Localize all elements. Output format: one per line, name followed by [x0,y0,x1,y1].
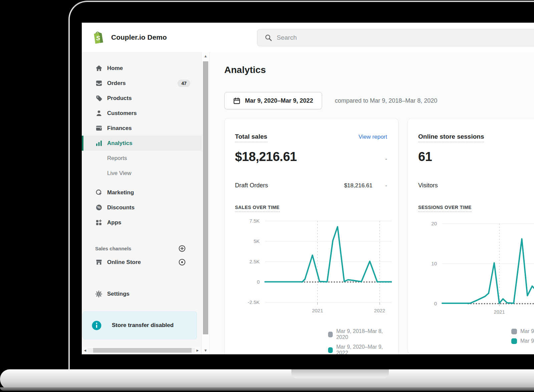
sidebar-item-online-store[interactable]: Online Store [82,255,202,270]
sidebar-item-home[interactable]: Home [82,61,202,76]
plus-circle-icon[interactable] [179,245,186,252]
sidebar-item-label: Orders [107,80,126,87]
sidebar-item-label: Settings [107,291,129,297]
tag-icon [95,95,102,102]
legend-item-previous: Mar 9, 2018–Mar 8, 2020 [511,328,534,334]
gear-icon [95,290,102,298]
card-title: Online store sessions [418,133,484,142]
search-bar[interactable] [257,29,534,46]
sidebar-item-label: Live View [107,170,131,177]
svg-text:-2.5K: -2.5K [248,299,260,305]
brand[interactable]: S Coupler.io Demo [82,29,167,45]
legend-item-current: Mar 9, 2020–Mar 9, 2022 [511,338,534,344]
wallet-icon [95,125,102,132]
compare-period-text: compared to Mar 9, 2018–Mar 8, 2020 [335,97,437,104]
page-title: Analytics [224,65,534,75]
eye-icon[interactable] [179,259,186,266]
scroll-right-arrow[interactable]: ► [195,348,200,353]
scroll-thumb[interactable] [203,61,208,334]
sales-channels-header: Sales channels [82,242,202,255]
legend-swatch-gray [511,329,517,334]
scroll-track[interactable] [88,348,195,353]
laptop-lid-notch [291,369,389,378]
sidebar-item-settings[interactable]: Settings [82,286,202,301]
draft-orders-value: $18,216.61 [344,182,372,189]
sidebar-item-analytics[interactable]: Analytics [82,136,202,151]
orders-count-badge: 47 [178,80,190,87]
sidebar-item-customers[interactable]: Customers [82,106,202,121]
sidebar-item-label: Reports [107,155,127,162]
sidebar-item-products[interactable]: Products [82,91,202,106]
percent-icon: % [95,204,102,211]
sidebar-item-apps[interactable]: Apps [82,215,202,230]
svg-text:5K: 5K [254,238,260,244]
svg-text:10: 10 [431,261,437,266]
search-icon [265,34,272,41]
top-bar: S Coupler.io Demo [82,23,534,52]
sidebar-item-label: Online Store [107,259,141,266]
sessions-over-time-chart: 201002021 [418,216,534,316]
target-icon [95,189,102,196]
sidebar-item-label: Products [107,95,132,102]
sidebar-horizontal-scrollbar[interactable]: ◄ ► [82,347,200,354]
sidebar-item-finances[interactable]: Finances [82,121,202,136]
legend-swatch-teal [328,347,333,353]
sidebar-item-discounts[interactable]: % Discounts [82,200,202,215]
search-input[interactable] [277,34,438,41]
person-icon [95,110,102,117]
draft-orders-delta: - [372,182,387,189]
svg-text:2022: 2022 [374,308,385,313]
svg-text:0: 0 [257,279,260,285]
legend-item-previous: Mar 9, 2018–Mar 8, 2020 [328,328,387,340]
draft-orders-label: Draft Orders [235,182,268,189]
sidebar-item-label: Analytics [107,140,132,147]
legend-swatch-teal [511,338,517,344]
sessions-card: Online store sessions 61 Visitors SESSIO… [408,118,534,354]
vertical-scrollbar[interactable]: ▲ ▼ [202,52,210,354]
sidebar: Home Orders 47 Products Customers [82,52,202,354]
svg-text:S: S [96,35,100,42]
apps-grid-icon [95,219,102,226]
svg-text:7.5K: 7.5K [249,218,260,224]
view-report-link[interactable]: View report [358,134,387,140]
info-circle-icon [91,320,102,331]
sessions-chart-heading: SESSIONS OVER TIME [418,205,472,212]
card-title: Total sales [235,133,267,142]
svg-text:2021: 2021 [494,309,505,315]
sidebar-item-label: Discounts [107,204,135,211]
scroll-down-arrow[interactable]: ▼ [202,346,209,354]
home-icon [95,65,102,72]
visitors-label: Visitors [418,182,438,189]
sales-over-time-chart: 7.5K5K2.5K0-2.5K20212022 [235,216,392,316]
laptop-base [0,369,534,390]
sidebar-item-reports[interactable]: Reports [82,151,202,166]
sidebar-item-marketing[interactable]: Marketing [82,185,202,200]
total-sales-card: Total sales View report $18,216.61 - Dra… [224,118,398,354]
date-range-button[interactable]: Mar 9, 2020–Mar 9, 2022 [224,92,322,109]
admin-window: S Coupler.io Demo Home [82,23,534,354]
sidebar-item-label: Finances [107,125,132,132]
total-sales-value: $18,216.61 [235,150,297,164]
scroll-track[interactable] [202,60,209,346]
orders-icon [95,80,102,87]
draft-orders-row: Draft Orders $18,216.61 - [235,182,387,189]
scroll-left-arrow[interactable]: ◄ [82,348,88,353]
sidebar-item-live-view[interactable]: Live View [82,166,202,181]
scroll-up-arrow[interactable]: ▲ [202,52,209,60]
legend-item-current: Mar 9, 2020–Mar 9, 2022 [328,344,387,354]
calendar-icon [233,97,240,104]
sales-chart-legend: Mar 9, 2018–Mar 8, 2020 Mar 9, 2020–Mar … [328,328,387,354]
svg-text:0: 0 [434,301,437,306]
store-transfer-banner[interactable]: Store transfer disabled [82,311,197,339]
sidebar-item-label: Home [107,65,123,72]
sidebar-item-label: Apps [107,219,121,226]
svg-text:2.5K: 2.5K [249,259,260,264]
sales-chart-heading: SALES OVER TIME [235,205,280,212]
sidebar-item-orders[interactable]: Orders 47 [82,76,202,91]
banner-text: Store transfer disabled [112,322,174,329]
main-content: Analytics Mar 9, 2020–Mar 9, 2022 compar… [210,52,534,354]
scroll-thumb[interactable] [93,348,192,353]
sessions-value: 61 [418,150,432,164]
storefront-icon [95,259,102,266]
sidebar-item-label: Marketing [107,189,134,196]
